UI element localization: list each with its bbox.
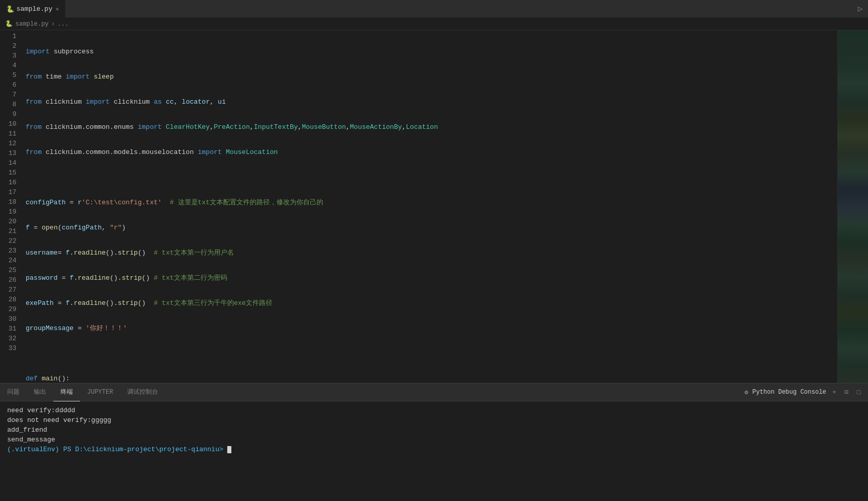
ln-16: 16 xyxy=(4,178,16,187)
split-terminal-btn[interactable]: ⊡ xyxy=(842,387,851,397)
ln-33: 33 xyxy=(4,343,16,353)
ln-21: 21 xyxy=(4,226,16,236)
ln-31: 31 xyxy=(4,324,16,334)
python-icon: 🐍 xyxy=(6,5,13,12)
line-numbers: 1 2 3 4 5 6 7 8 9 10 11 12 13 14 15 16 1… xyxy=(0,30,21,383)
code-editor[interactable]: 1 2 3 4 5 6 7 8 9 10 11 12 13 14 15 16 1… xyxy=(0,30,837,383)
code-line-6 xyxy=(26,172,837,182)
breadcrumb-icon: 🐍 xyxy=(5,20,13,28)
ln-20: 20 xyxy=(4,217,16,226)
code-line-13 xyxy=(26,349,837,358)
ln-28: 28 xyxy=(4,295,16,304)
run-button[interactable]: ▷ xyxy=(853,4,868,14)
code-line-1: import subprocess xyxy=(26,47,837,56)
ln-25: 25 xyxy=(4,265,16,275)
terminal-tab-output[interactable]: 输出 xyxy=(27,383,53,401)
terminal-tab-debug-console[interactable]: 调试控制台 xyxy=(120,383,165,401)
terminal-line-3: add_friend xyxy=(7,425,861,435)
code-line-2: from time import sleep xyxy=(26,72,837,82)
ln-32: 32 xyxy=(4,334,16,343)
ln-2: 2 xyxy=(4,41,16,51)
terminal-content[interactable]: need verify:ddddd does not need verify:g… xyxy=(0,401,868,501)
tab-close-btn[interactable]: ✕ xyxy=(55,6,59,12)
code-line-5: from clicknium.common.models.mouselocati… xyxy=(26,147,837,157)
code-line-11: exePath = f.readline().strip() # txt文本第三… xyxy=(26,298,837,308)
terminal-cursor xyxy=(227,446,231,453)
terminal-line-4: send_message xyxy=(7,435,861,445)
ln-12: 12 xyxy=(4,139,16,148)
ln-22: 22 xyxy=(4,236,16,246)
ln-17: 17 xyxy=(4,187,16,197)
code-line-9: username= f.readline().strip() # txt文本第一… xyxy=(26,248,837,258)
python-debug-console-label: Python Debug Console xyxy=(753,389,826,396)
ln-8: 8 xyxy=(4,100,16,109)
ln-30: 30 xyxy=(4,314,16,324)
ln-24: 24 xyxy=(4,256,16,265)
ln-18: 18 xyxy=(4,197,16,207)
ln-14: 14 xyxy=(4,158,16,168)
terminal-area: 问题 输出 终端 JUPYTER 调试控制台 ⚙ Python Debug Co… xyxy=(0,383,868,501)
breadcrumb-sep: › xyxy=(51,21,55,28)
terminal-prompt-line: (.virtualEnv) PS D:\clicknium-project\pr… xyxy=(7,445,861,454)
code-line-7: configPath = r'C:\test\config.txt' # 这里是… xyxy=(26,198,837,207)
code-area: 1 2 3 4 5 6 7 8 9 10 11 12 13 14 15 16 1… xyxy=(0,30,837,383)
breadcrumb-file: sample.py xyxy=(15,21,49,28)
terminal-actions: ⚙ Python Debug Console + ⊡ □ xyxy=(739,387,868,397)
tab-sample-py[interactable]: 🐍 sample.py ✕ xyxy=(0,0,66,18)
code-content[interactable]: import subprocess from time import sleep… xyxy=(21,30,837,383)
terminal-tab-jupyter[interactable]: JUPYTER xyxy=(80,383,120,401)
terminal-line-2: does not need verify:ggggg xyxy=(7,415,861,425)
python-debug-icon: ⚙ xyxy=(744,389,748,396)
ln-5: 5 xyxy=(4,70,16,80)
ln-13: 13 xyxy=(4,148,16,158)
terminal-tab-terminal[interactable]: 终端 xyxy=(53,383,80,401)
ln-9: 9 xyxy=(4,109,16,119)
ln-23: 23 xyxy=(4,246,16,256)
ln-11: 11 xyxy=(4,129,16,139)
breadcrumb: 🐍 sample.py › ... xyxy=(0,18,868,30)
ln-4: 4 xyxy=(4,61,16,70)
minimap-visual xyxy=(838,30,868,383)
tab-label: sample.py xyxy=(16,5,52,13)
code-line-14: def main(): xyxy=(26,374,837,383)
maximize-terminal-btn[interactable]: □ xyxy=(855,388,863,397)
ln-19: 19 xyxy=(4,207,16,217)
code-line-8: f = open(configPath, "r") xyxy=(26,223,837,233)
code-line-3: from clicknium import clicknium as cc, l… xyxy=(26,97,837,107)
tab-bar: 🐍 sample.py ✕ ▷ xyxy=(0,0,868,18)
terminal-prompt: (.virtualEnv) PS D:\clicknium-project\pr… xyxy=(7,446,227,453)
code-line-12: groupMessage = '你好！！！' xyxy=(26,323,837,333)
terminal-tab-problems[interactable]: 问题 xyxy=(0,383,27,401)
ln-29: 29 xyxy=(4,304,16,314)
ln-27: 27 xyxy=(4,285,16,295)
minimap xyxy=(837,30,868,383)
breadcrumb-parent: ... xyxy=(57,21,69,28)
main-content: 1 2 3 4 5 6 7 8 9 10 11 12 13 14 15 16 1… xyxy=(0,30,868,383)
ln-3: 3 xyxy=(4,51,16,61)
code-line-10: password = f.readline().strip() # txt文本第… xyxy=(26,273,837,283)
code-line-4: from clicknium.common.enums import Clear… xyxy=(26,122,837,132)
ln-10: 10 xyxy=(4,119,16,129)
terminal-line-1: need verify:ddddd xyxy=(7,406,861,415)
ln-6: 6 xyxy=(4,80,16,90)
ln-7: 7 xyxy=(4,90,16,100)
ln-1: 1 xyxy=(4,31,16,41)
add-terminal-btn[interactable]: + xyxy=(831,388,839,397)
ln-26: 26 xyxy=(4,275,16,285)
terminal-tabs: 问题 输出 终端 JUPYTER 调试控制台 ⚙ Python Debug Co… xyxy=(0,383,868,401)
ln-15: 15 xyxy=(4,168,16,178)
